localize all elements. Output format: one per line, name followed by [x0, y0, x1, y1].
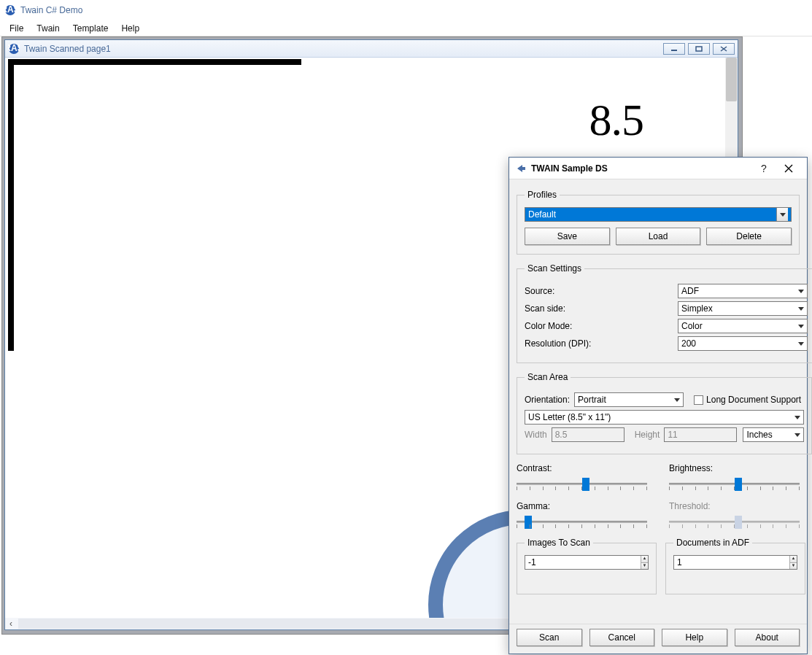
width-label: Width — [525, 430, 547, 440]
resolution-value: 200 — [681, 338, 696, 349]
about-button[interactable]: About — [735, 629, 800, 646]
documents-in-adf-group: Documents in ADF ▲▼ — [665, 538, 805, 594]
chevron-down-icon — [798, 290, 804, 293]
resolution-select[interactable]: 200 — [678, 336, 808, 351]
images-to-scan-spinner[interactable]: ▲▼ — [525, 555, 649, 570]
slider-row-1: Contrast: Brightness: — [517, 463, 800, 495]
longdoc-label: Long Document Support — [706, 395, 801, 405]
chevron-down-icon — [794, 416, 800, 419]
profile-select[interactable]: Default — [525, 207, 792, 222]
images-to-scan-legend: Images To Scan — [525, 538, 593, 548]
scan-button[interactable]: Scan — [517, 629, 582, 646]
close-icon — [720, 46, 727, 52]
save-label: Save — [557, 231, 577, 241]
height-value: 11 — [668, 430, 677, 440]
menu-template[interactable]: Template — [66, 21, 115, 36]
brightness-label: Brightness: — [669, 463, 800, 473]
help-label: Help — [685, 632, 703, 643]
threshold-label: Threshold: — [669, 501, 800, 511]
load-label: Load — [649, 231, 668, 241]
dialog-titlebar[interactable]: TWAIN Sample DS ? — [509, 158, 807, 179]
save-profile-button[interactable]: Save — [525, 228, 610, 245]
profile-select-value: Default — [528, 209, 556, 220]
contrast-slider[interactable] — [517, 476, 647, 495]
minimize-button[interactable] — [663, 43, 685, 55]
orientation-value: Portrait — [578, 395, 606, 405]
units-select[interactable]: Inches — [743, 427, 804, 442]
papersize-select[interactable]: US Letter (8.5" x 11") — [525, 410, 804, 425]
menubar: File Twain Template Help — [0, 20, 812, 36]
cancel-label: Cancel — [608, 632, 635, 643]
images-to-scan-group: Images To Scan ▲▼ — [517, 538, 657, 594]
help-button[interactable]: Help — [662, 629, 727, 646]
documents-in-adf-spinner[interactable]: ▲▼ — [673, 555, 797, 570]
scan-area-legend: Scan Area — [525, 372, 571, 382]
chevron-down-icon — [798, 307, 804, 311]
contrast-label: Contrast: — [517, 463, 647, 473]
dialog-help-button[interactable]: ? — [751, 160, 776, 177]
scanside-select[interactable]: Simplex — [678, 301, 808, 316]
maximize-button[interactable] — [688, 43, 710, 55]
maximize-icon — [695, 46, 703, 52]
orientation-select[interactable]: Portrait — [574, 392, 684, 407]
menu-twain[interactable]: Twain — [30, 21, 66, 36]
profiles-legend: Profiles — [525, 190, 560, 200]
app-icon: RAS — [4, 4, 16, 16]
gamma-slider[interactable] — [517, 514, 647, 533]
height-field: 11 — [664, 427, 737, 442]
spin-down-icon[interactable]: ▼ — [789, 562, 797, 569]
child-titlebar[interactable]: RAS Twain Scanned page1 — [5, 40, 738, 58]
delete-profile-button[interactable]: Delete — [706, 228, 792, 245]
threshold-slider — [669, 514, 800, 533]
documents-in-adf-input[interactable] — [674, 557, 789, 567]
scanside-value: Simplex — [681, 303, 713, 314]
scan-edge-left — [8, 59, 14, 351]
minimize-icon — [670, 46, 678, 52]
menu-file[interactable]: File — [3, 21, 30, 36]
gamma-label: Gamma: — [517, 501, 647, 511]
spin-down-icon[interactable]: ▼ — [641, 562, 648, 569]
scan-area-group: Scan Area Orientation: Portrait Long Doc… — [517, 372, 812, 454]
chevron-down-icon — [794, 433, 800, 437]
chevron-down-icon — [780, 213, 786, 217]
scan-preview-number: 8.5 — [589, 94, 644, 146]
child-app-icon: RAS — [8, 43, 20, 55]
scan-settings-legend: Scan Settings — [525, 263, 584, 274]
dialog-body: Profiles Default Save Load Delete Scan S… — [509, 179, 807, 609]
source-label: Source: — [525, 286, 678, 296]
chevron-down-icon — [674, 398, 680, 402]
brightness-slider[interactable] — [669, 476, 800, 495]
colormode-select[interactable]: Color — [678, 319, 808, 333]
cancel-button[interactable]: Cancel — [589, 629, 655, 646]
images-to-scan-input[interactable] — [525, 557, 641, 567]
source-select[interactable]: ADF — [678, 284, 808, 298]
svg-rect-5 — [696, 47, 702, 51]
load-profile-button[interactable]: Load — [616, 228, 701, 245]
scan-edge-top — [8, 59, 301, 65]
scan-label: Scan — [539, 632, 559, 643]
scroll-left-icon[interactable]: ‹ — [5, 619, 17, 629]
colormode-value: Color — [681, 321, 703, 331]
scanside-label: Scan side: — [525, 303, 678, 314]
svg-text:RAS: RAS — [8, 43, 20, 53]
svg-text:RAS: RAS — [4, 4, 16, 15]
dialog-close-button[interactable] — [776, 160, 801, 177]
spin-up-icon[interactable]: ▲ — [641, 556, 648, 562]
close-icon — [784, 164, 793, 173]
close-button[interactable] — [713, 43, 735, 55]
longdoc-checkbox[interactable] — [694, 395, 703, 405]
twain-pin-icon — [515, 163, 527, 174]
delete-label: Delete — [736, 231, 762, 241]
svg-rect-4 — [671, 50, 677, 51]
papersize-value: US Letter (8.5" x 11") — [528, 412, 611, 422]
resolution-label: Resolution (DPI): — [525, 338, 678, 349]
vertical-scroll-thumb[interactable] — [726, 58, 737, 101]
units-value: Inches — [746, 430, 772, 440]
spin-up-icon[interactable]: ▲ — [789, 556, 797, 562]
main-titlebar: RAS Twain C# Demo — [0, 0, 812, 20]
about-label: About — [756, 632, 778, 643]
scan-settings-group: Scan Settings Source: ADF Scan side: Sim… — [517, 263, 812, 363]
menu-help[interactable]: Help — [115, 21, 146, 36]
slider-row-2: Gamma: Threshold: — [517, 501, 800, 533]
width-value: 8.5 — [555, 430, 568, 440]
